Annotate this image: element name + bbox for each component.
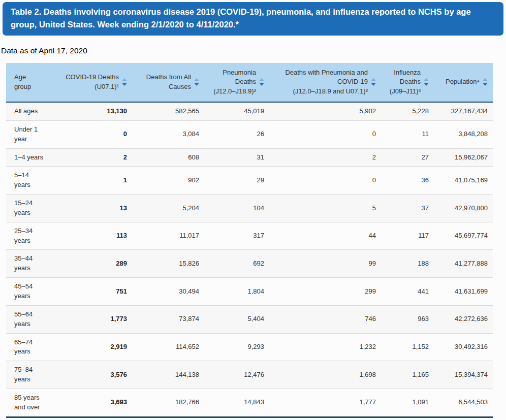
cell-pneumonia_deaths: 45,019 (204, 102, 269, 120)
cell-all_causes: 3,084 (132, 120, 204, 148)
cell-pneumonia_covid: 1,777 (269, 389, 381, 417)
cell-pneumonia_deaths: 5,404 (204, 305, 269, 333)
table-row: 5–14 years19022903641,075,169 (6, 167, 493, 195)
age-group-cell: 65–74 years (6, 333, 53, 361)
cell-covid19_deaths: 1 (53, 167, 132, 195)
column-label-all_causes: Deaths from All Causes (146, 73, 191, 92)
table-body: All ages13,130582,56545,0195,9025,228327… (6, 102, 493, 417)
cell-population: 6,544,503 (434, 389, 493, 417)
cell-all_causes: 73,874 (132, 305, 204, 333)
cell-pneumonia_deaths: 31 (204, 148, 269, 167)
sort-icon[interactable] (424, 78, 429, 86)
table-header: Age groupCOVID-19 Deaths (U07.1)¹Deaths … (6, 63, 493, 103)
table-row: Under 1 year03,084260113,848,208 (6, 120, 493, 148)
cell-pneumonia_deaths: 1,804 (204, 278, 269, 306)
table-row: 85 years and over3,693182,76614,8431,777… (6, 389, 493, 417)
cell-influenza_deaths: 441 (381, 278, 434, 306)
column-header-pneumonia_covid[interactable]: Deaths with Pneumonia and COVID-19 (J12.… (269, 63, 381, 103)
cell-influenza_deaths: 37 (381, 195, 434, 222)
cell-pneumonia_covid: 44 (269, 222, 381, 250)
cell-pneumonia_deaths: 317 (204, 222, 269, 250)
cell-population: 327,167,434 (434, 102, 493, 120)
cell-population: 30,492,316 (434, 333, 493, 361)
cell-all_causes: 5,204 (132, 195, 204, 222)
age-group-cell: 15–24 years (6, 195, 53, 222)
cell-population: 45,697,774 (434, 222, 493, 250)
age-group-cell: 55–64 years (6, 305, 53, 333)
cell-covid19_deaths: 13,130 (53, 102, 132, 120)
cell-covid19_deaths: 3,693 (53, 389, 132, 417)
cell-population: 15,394,374 (434, 361, 493, 389)
cell-population: 41,631,699 (434, 278, 493, 306)
column-label-covid19_deaths: COVID-19 Deaths (U07.1)¹ (66, 73, 119, 92)
cell-pneumonia_covid: 746 (269, 305, 381, 333)
table-row: 25–34 years11311,0173174411745,697,774 (6, 222, 493, 250)
cell-all_causes: 15,826 (132, 250, 204, 278)
cell-pneumonia_covid: 5,902 (269, 102, 381, 120)
age-group-cell: 45–54 years (6, 278, 53, 306)
cell-all_causes: 30,494 (132, 278, 204, 306)
cell-covid19_deaths: 13 (53, 195, 132, 222)
cell-influenza_deaths: 11 (381, 120, 434, 148)
cell-influenza_deaths: 188 (381, 250, 434, 278)
age-group-cell: 85 years and over (6, 389, 53, 417)
deaths-by-age-table: Age groupCOVID-19 Deaths (U07.1)¹Deaths … (6, 63, 493, 418)
column-header-all_causes[interactable]: Deaths from All Causes (132, 63, 204, 103)
column-header-population[interactable]: Population⁴ (434, 63, 493, 103)
cell-pneumonia_deaths: 12,476 (204, 361, 269, 389)
cell-covid19_deaths: 2,919 (53, 333, 132, 361)
column-header-influenza_deaths[interactable]: Influenza Deaths (J09–J11)³ (381, 63, 434, 103)
cell-pneumonia_deaths: 9,293 (204, 333, 269, 361)
cell-all_causes: 144,138 (132, 361, 204, 389)
table-row: 45–54 years75130,4941,80429944141,631,69… (6, 278, 493, 306)
sort-icon[interactable] (122, 78, 127, 86)
sort-icon[interactable] (259, 78, 264, 86)
table-row: 35–44 years28915,8266929918841,277,888 (6, 250, 493, 278)
cell-pneumonia_covid: 1,698 (269, 361, 381, 389)
cell-covid19_deaths: 751 (53, 278, 132, 306)
cell-pneumonia_covid: 2 (269, 148, 381, 167)
cell-influenza_deaths: 1,091 (381, 389, 434, 417)
cell-all_causes: 11,017 (132, 222, 204, 250)
cell-pneumonia_deaths: 692 (204, 250, 269, 278)
cell-all_causes: 182,766 (132, 389, 204, 417)
sort-icon[interactable] (194, 78, 199, 86)
cell-influenza_deaths: 36 (381, 167, 434, 195)
sort-icon[interactable] (483, 78, 488, 86)
cell-population: 42,970,800 (434, 195, 493, 222)
table-row: 55–64 years1,77373,8745,40474696342,272,… (6, 305, 493, 333)
table-title-banner: Table 2. Deaths involving coronavirus di… (3, 2, 503, 36)
cell-covid19_deaths: 1,773 (53, 305, 132, 333)
column-header-pneumonia_deaths[interactable]: Pneumonia Deaths (J12.0–J18.9)² (204, 63, 269, 103)
table-header-row: Age groupCOVID-19 Deaths (U07.1)¹Deaths … (6, 63, 493, 103)
age-group-cell: All ages (6, 102, 53, 120)
cell-pneumonia_covid: 1,232 (269, 333, 381, 361)
sort-icon[interactable] (371, 78, 376, 86)
cell-pneumonia_covid: 99 (269, 250, 381, 278)
table-row: 75–84 years3,576144,13812,4761,6981,1651… (6, 361, 493, 389)
column-label-influenza_deaths: Influenza Deaths (J09–J11)³ (390, 68, 421, 97)
cell-influenza_deaths: 1,152 (381, 333, 434, 361)
cell-pneumonia_covid: 0 (269, 167, 381, 195)
table-row: 15–24 years135,20410453742,970,800 (6, 195, 493, 222)
table-row: All ages13,130582,56545,0195,9025,228327… (6, 102, 493, 120)
cell-influenza_deaths: 117 (381, 222, 434, 250)
age-group-cell: Under 1 year (6, 120, 53, 148)
column-header-covid19_deaths[interactable]: COVID-19 Deaths (U07.1)¹ (53, 63, 132, 103)
cell-all_causes: 608 (132, 148, 204, 167)
column-label-pneumonia_covid: Deaths with Pneumonia and COVID-19 (J12.… (285, 68, 368, 97)
column-label-population: Population⁴ (446, 77, 480, 87)
column-label-pneumonia_deaths: Pneumonia Deaths (J12.0–J18.9)² (213, 68, 256, 97)
age-group-cell: 75–84 years (6, 361, 53, 389)
column-header-age_group: Age group (6, 63, 53, 103)
cell-all_causes: 902 (132, 167, 204, 195)
cell-population: 41,075,169 (434, 167, 493, 195)
cell-covid19_deaths: 0 (53, 120, 132, 148)
cell-covid19_deaths: 289 (53, 250, 132, 278)
age-group-cell: 35–44 years (6, 250, 53, 278)
cell-pneumonia_covid: 0 (269, 120, 381, 148)
cell-covid19_deaths: 3,576 (53, 361, 132, 389)
cell-influenza_deaths: 1,165 (381, 361, 434, 389)
age-group-cell: 5–14 years (6, 167, 53, 195)
cell-all_causes: 582,565 (132, 102, 204, 120)
